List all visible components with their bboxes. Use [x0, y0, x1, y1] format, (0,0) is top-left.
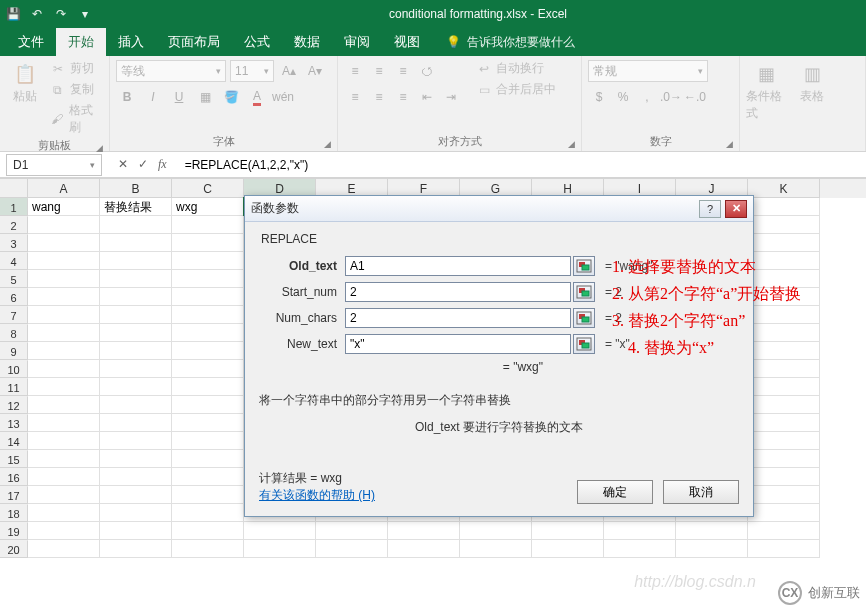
dialog-launcher-icon[interactable]: ◢	[568, 139, 575, 149]
col-B[interactable]: B	[100, 179, 172, 198]
align-right-icon[interactable]: ≡	[392, 86, 414, 108]
cell[interactable]	[100, 540, 172, 558]
help-link[interactable]: 有关该函数的帮助 (H)	[259, 488, 375, 502]
redo-icon[interactable]: ↷	[52, 5, 70, 23]
row-7[interactable]: 7	[0, 306, 28, 324]
currency-icon[interactable]: $	[588, 86, 610, 108]
cell[interactable]	[748, 270, 820, 288]
decrease-decimal-icon[interactable]: ←.0	[684, 86, 706, 108]
cell[interactable]	[316, 540, 388, 558]
fill-color-icon[interactable]: 🪣	[220, 86, 242, 108]
row-12[interactable]: 12	[0, 396, 28, 414]
indent-increase-icon[interactable]: ⇥	[440, 86, 462, 108]
number-format-combo[interactable]: 常规▾	[588, 60, 708, 82]
tab-file[interactable]: 文件	[6, 28, 56, 56]
tab-home[interactable]: 开始	[56, 28, 106, 56]
bold-button[interactable]: B	[116, 86, 138, 108]
cell[interactable]	[532, 540, 604, 558]
cell[interactable]	[28, 432, 100, 450]
arg-input-New_text[interactable]	[345, 334, 571, 354]
paste-button[interactable]: 📋 粘贴	[6, 60, 44, 105]
underline-button[interactable]: U	[168, 86, 190, 108]
cell[interactable]	[244, 522, 316, 540]
dialog-launcher-icon[interactable]: ◢	[96, 143, 103, 153]
formula-input[interactable]: =REPLACE(A1,2,2,"x")	[177, 158, 866, 172]
cell[interactable]	[100, 252, 172, 270]
tell-me[interactable]: 💡 告诉我你想要做什么	[446, 28, 575, 56]
cell[interactable]	[748, 198, 820, 216]
col-K[interactable]: K	[748, 179, 820, 198]
italic-button[interactable]: I	[142, 86, 164, 108]
cell[interactable]	[604, 540, 676, 558]
cell[interactable]	[28, 486, 100, 504]
cell[interactable]: wang	[28, 198, 100, 216]
cell[interactable]	[748, 468, 820, 486]
cell[interactable]	[100, 234, 172, 252]
cell[interactable]	[388, 522, 460, 540]
refedit-icon[interactable]	[573, 282, 595, 302]
align-top-icon[interactable]: ≡	[344, 60, 366, 82]
cell[interactable]	[28, 360, 100, 378]
phonetic-icon[interactable]: wén	[272, 86, 294, 108]
row-19[interactable]: 19	[0, 522, 28, 540]
row-3[interactable]: 3	[0, 234, 28, 252]
cell[interactable]	[100, 450, 172, 468]
cell[interactable]	[100, 414, 172, 432]
cell[interactable]	[28, 414, 100, 432]
cell[interactable]	[28, 216, 100, 234]
orientation-icon[interactable]: ⭯	[416, 60, 438, 82]
align-bottom-icon[interactable]: ≡	[392, 60, 414, 82]
insert-function-icon[interactable]: fx	[158, 157, 167, 172]
cell[interactable]	[100, 522, 172, 540]
cell[interactable]	[28, 522, 100, 540]
tab-insert[interactable]: 插入	[106, 28, 156, 56]
cell[interactable]	[172, 450, 244, 468]
cell[interactable]	[28, 396, 100, 414]
col-C[interactable]: C	[172, 179, 244, 198]
cell[interactable]	[172, 234, 244, 252]
cancel-button[interactable]: 取消	[663, 480, 739, 504]
undo-icon[interactable]: ↶	[28, 5, 46, 23]
row-18[interactable]: 18	[0, 504, 28, 522]
cancel-formula-icon[interactable]: ✕	[118, 157, 128, 172]
cell[interactable]	[28, 468, 100, 486]
tab-data[interactable]: 数据	[282, 28, 332, 56]
align-left-icon[interactable]: ≡	[344, 86, 366, 108]
cell[interactable]	[244, 540, 316, 558]
cell[interactable]	[28, 378, 100, 396]
save-icon[interactable]: 💾	[4, 5, 22, 23]
increase-decimal-icon[interactable]: .0→	[660, 86, 682, 108]
cut-button[interactable]: ✂剪切	[50, 60, 103, 77]
cell[interactable]	[172, 216, 244, 234]
cell[interactable]: wxg	[172, 198, 244, 216]
font-size-combo[interactable]: 11▾	[230, 60, 274, 82]
cell[interactable]	[28, 288, 100, 306]
font-name-combo[interactable]: 等线▾	[116, 60, 226, 82]
dialog-launcher-icon[interactable]: ◢	[726, 139, 733, 149]
indent-decrease-icon[interactable]: ⇤	[416, 86, 438, 108]
cell[interactable]	[172, 270, 244, 288]
borders-icon[interactable]: ▦	[194, 86, 216, 108]
cell[interactable]	[748, 504, 820, 522]
ok-button[interactable]: 确定	[577, 480, 653, 504]
cell[interactable]	[100, 486, 172, 504]
font-color-icon[interactable]: A	[246, 86, 268, 108]
row-20[interactable]: 20	[0, 540, 28, 558]
cell[interactable]	[748, 396, 820, 414]
cell[interactable]	[748, 414, 820, 432]
grow-font-icon[interactable]: A▴	[278, 60, 300, 82]
cell[interactable]	[100, 306, 172, 324]
row-10[interactable]: 10	[0, 360, 28, 378]
cell[interactable]	[172, 252, 244, 270]
row-13[interactable]: 13	[0, 414, 28, 432]
cell[interactable]	[172, 432, 244, 450]
cell[interactable]	[100, 324, 172, 342]
cell[interactable]	[28, 540, 100, 558]
tab-formulas[interactable]: 公式	[232, 28, 282, 56]
format-painter-button[interactable]: 🖌格式刷	[50, 102, 103, 136]
percent-icon[interactable]: %	[612, 86, 634, 108]
cell[interactable]	[748, 342, 820, 360]
cell[interactable]	[460, 540, 532, 558]
close-icon[interactable]: ✕	[725, 200, 747, 218]
cell[interactable]	[100, 270, 172, 288]
